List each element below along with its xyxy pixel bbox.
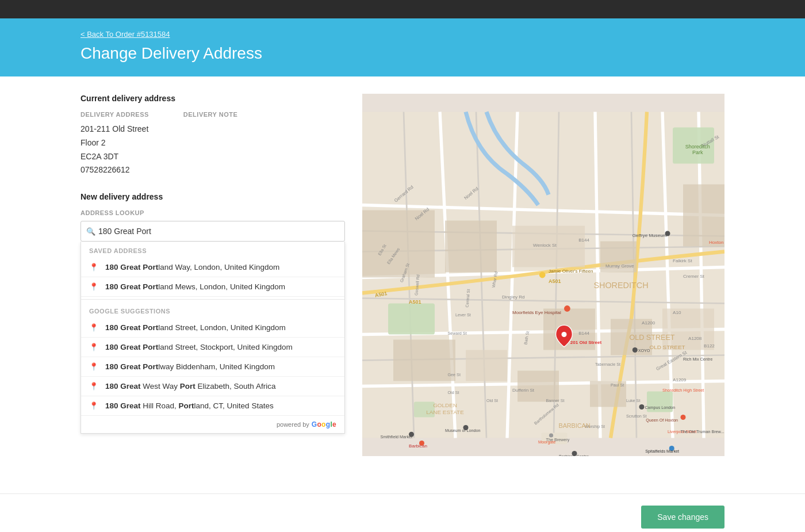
g2-rest: land Street, Stockport, United Kingdom — [158, 343, 292, 351]
svg-point-99 — [562, 332, 567, 337]
svg-text:Seward St: Seward St — [448, 331, 467, 336]
svg-text:Shoreditch High Street: Shoreditch High Street — [662, 388, 704, 393]
g2-bold: 180 Great Port — [105, 343, 158, 351]
svg-text:Falkirk St: Falkirk St — [673, 258, 692, 263]
svg-text:A501: A501 — [549, 278, 561, 284]
google-item-4[interactable]: 📍 180 Great West Way Port Elizabeth, Sou… — [81, 377, 344, 396]
google-item-3[interactable]: 📍 180 Great Portlway Biddenham, United K… — [81, 357, 344, 377]
svg-rect-23 — [445, 221, 497, 273]
g4-rest1: West Way — [141, 382, 180, 391]
svg-text:Luke St: Luke St — [626, 398, 640, 403]
svg-text:Murray Grove: Murray Grove — [605, 263, 634, 269]
svg-point-67 — [539, 272, 546, 278]
top-bar — [0, 0, 805, 18]
svg-text:B144: B144 — [578, 331, 589, 336]
svg-text:Museum of London: Museum of London — [445, 428, 481, 433]
svg-text:Moorgate: Moorgate — [538, 439, 555, 445]
svg-text:Rich Mix Centre: Rich Mix Centre — [683, 357, 712, 362]
save-changes-button[interactable]: Save changes — [641, 506, 724, 529]
google-item-1[interactable]: 📍 180 Great Portland Street, London, Uni… — [81, 318, 344, 338]
svg-text:Old St: Old St — [448, 390, 459, 395]
svg-text:Spitalfields Market: Spitalfields Market — [645, 449, 679, 454]
svg-text:Barbican: Barbican — [409, 443, 427, 449]
svg-text:Moorfields Eye Hospital: Moorfields Eye Hospital — [512, 310, 561, 315]
address-line3: EC2A 3DT — [80, 152, 118, 161]
g4-rest2: Elizabeth, South Africa — [195, 382, 276, 391]
current-address-text: 201-211 Old Street Floor 2 EC2A 3DT 0752… — [80, 123, 345, 177]
delivery-note-label: DELIVERY NOTE — [183, 111, 238, 118]
svg-text:Old St: Old St — [486, 398, 498, 403]
main-content: Current delivery address DELIVERY ADDRES… — [0, 76, 805, 493]
svg-text:B122: B122 — [704, 343, 715, 349]
svg-point-69 — [564, 305, 570, 312]
svg-text:Shoreditch: Shoreditch — [685, 144, 710, 150]
svg-text:OLD STREET: OLD STREET — [629, 334, 674, 342]
g4-bold2: Port — [180, 382, 195, 391]
svg-text:Paul St: Paul St — [611, 382, 624, 388]
svg-text:Lever St: Lever St — [455, 312, 471, 317]
current-address-title: Current delivery address — [80, 94, 345, 103]
google-logo: Google — [312, 420, 336, 428]
pin-icon-2: 📍 — [89, 282, 98, 291]
pin-icon-7: 📍 — [89, 401, 98, 410]
svg-rect-32 — [518, 371, 559, 402]
svg-text:Hoxton: Hoxton — [709, 240, 724, 245]
back-link[interactable]: < Back To Order #5131584 — [80, 30, 724, 39]
address-phone: 07528226612 — [80, 165, 130, 174]
svg-rect-29 — [466, 350, 507, 381]
svg-text:Banner St: Banner St — [546, 398, 565, 403]
svg-text:A1200: A1200 — [642, 320, 656, 326]
new-delivery-section: New delivery address ADDRESS LOOKUP 🔍 SA… — [80, 192, 345, 434]
header-band: < Back To Order #5131584 Change Delivery… — [0, 18, 805, 76]
svg-text:Scrutton St: Scrutton St — [626, 414, 647, 419]
new-address-title: New delivery address — [80, 192, 345, 201]
svg-text:LANE ESTATE: LANE ESTATE — [426, 409, 464, 415]
svg-text:Queen Of Hoxton: Queen Of Hoxton — [646, 418, 678, 423]
svg-point-75 — [681, 415, 686, 420]
g1-rest: land Street, London, United Kingdom — [158, 323, 285, 332]
pin-icon-1: 📍 — [89, 263, 98, 271]
footer-bar: Save changes — [0, 493, 805, 532]
svg-text:Cremer St: Cremer St — [683, 274, 705, 279]
svg-text:A10: A10 — [673, 310, 681, 315]
g5-rest1: Hill Road, — [141, 401, 179, 410]
svg-text:Dingley Rd: Dingley Rd — [502, 294, 525, 300]
google-item-5[interactable]: 📍 180 Great Hill Road, Portland, CT, Uni… — [81, 396, 344, 416]
search-input-wrapper: 🔍 — [80, 221, 345, 242]
svg-rect-22 — [362, 210, 435, 278]
google-item-2[interactable]: 📍 180 Great Portland Street, Stockport, … — [81, 338, 344, 357]
saved-address-label: SAVED ADDRESS — [81, 242, 344, 258]
svg-text:Dufferin St: Dufferin St — [512, 388, 535, 393]
svg-text:SHOREDITCH: SHOREDITCH — [593, 281, 648, 290]
svg-text:Barbican Centre: Barbican Centre — [559, 454, 589, 456]
svg-text:Park: Park — [692, 150, 703, 155]
saved-item-1[interactable]: 📍 180 Great Portland Way, London, United… — [81, 258, 344, 277]
google-suggestions-label: GOOGLE SUGGESTIONS — [81, 302, 344, 318]
map-svg: Nuttall St Gerrard Rd Noel Rd Noel Rd We… — [362, 94, 724, 456]
powered-by-text: powered by — [277, 421, 309, 428]
address-line1: 201-211 Old Street — [80, 124, 148, 133]
pin-icon-4: 📍 — [89, 343, 98, 351]
left-panel: Current delivery address DELIVERY ADDRES… — [80, 94, 362, 476]
svg-point-73 — [639, 404, 645, 409]
svg-text:XOYO: XOYO — [638, 348, 650, 353]
g5-bold: 180 Great — [105, 401, 141, 410]
saved-item-2[interactable]: 📍 180 Great Portland Mews, London, Unite… — [81, 277, 344, 297]
svg-text:201 Old Street: 201 Old Street — [570, 340, 602, 345]
svg-rect-28 — [393, 340, 455, 381]
g3-rest: lway Biddenham, United Kingdom — [158, 362, 275, 371]
svg-text:GOLDEN: GOLDEN — [433, 402, 457, 408]
svg-rect-19 — [388, 304, 435, 335]
svg-text:BARBICAN: BARBICAN — [558, 422, 590, 429]
address-input[interactable] — [80, 221, 345, 242]
svg-text:B144: B144 — [578, 238, 589, 243]
powered-by-row: powered by Google — [81, 416, 344, 433]
g5-bold2: Port — [179, 401, 194, 410]
saved-1-rest: land Way, London, United Kingdom — [158, 263, 279, 271]
svg-text:Smithfield Market: Smithfield Market — [381, 434, 413, 439]
svg-text:Wenlock St: Wenlock St — [533, 243, 557, 248]
map-panel: Nuttall St Gerrard Rd Noel Rd Noel Rd We… — [362, 94, 724, 456]
svg-text:Gee St: Gee St — [448, 372, 461, 377]
g5-rest2: land, CT, United States — [194, 401, 274, 410]
svg-rect-26 — [683, 185, 724, 247]
